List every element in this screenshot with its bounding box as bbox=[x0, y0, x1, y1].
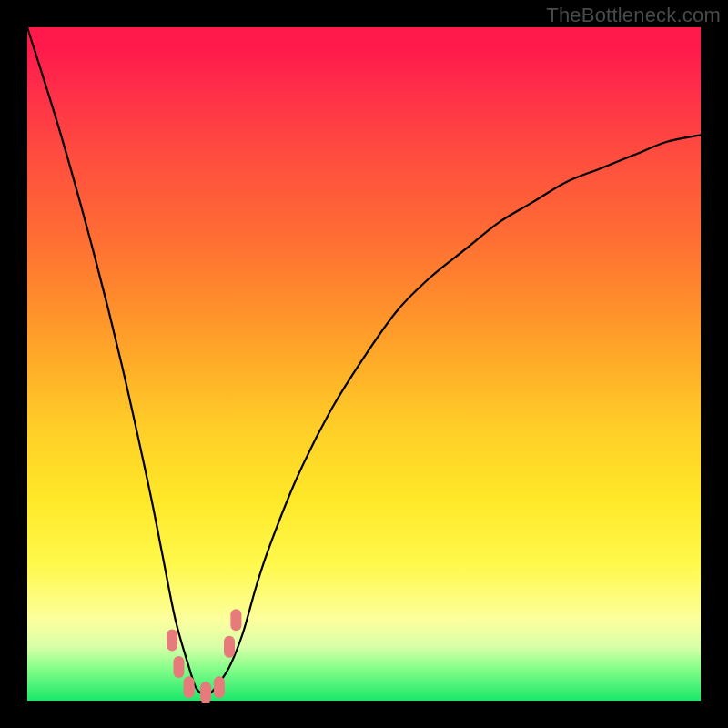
curve-marker bbox=[184, 676, 195, 698]
watermark-text: TheBottleneck.com bbox=[546, 4, 721, 27]
plot-area bbox=[27, 27, 701, 701]
curve-marker bbox=[224, 636, 235, 658]
curve-marker bbox=[214, 676, 225, 698]
curve-marker bbox=[230, 609, 241, 631]
marker-group bbox=[167, 609, 241, 703]
curve-marker bbox=[174, 656, 185, 678]
curve-marker bbox=[167, 629, 177, 651]
curve-layer bbox=[27, 27, 701, 701]
bottleneck-curve bbox=[27, 27, 701, 695]
chart-frame: TheBottleneck.com bbox=[0, 0, 728, 728]
curve-marker bbox=[200, 682, 211, 703]
